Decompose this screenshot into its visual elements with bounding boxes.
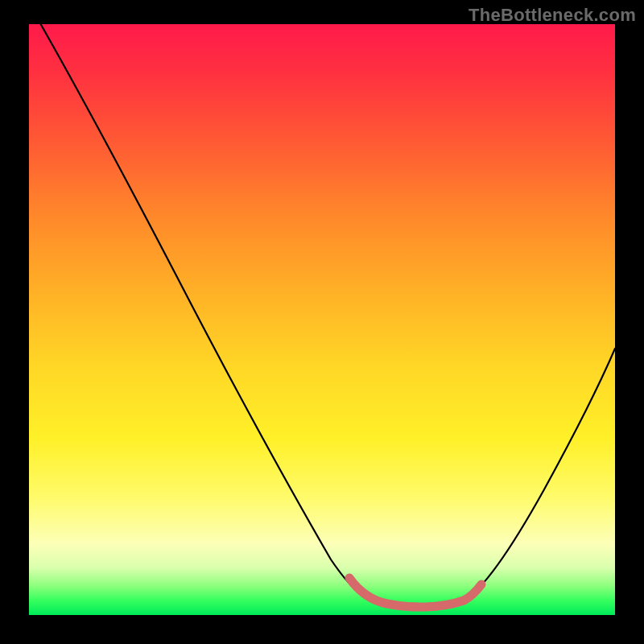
chart-frame: TheBottleneck.com [0,0,644,644]
plot-gradient-background [29,24,615,615]
watermark-text: TheBottleneck.com [469,5,636,26]
